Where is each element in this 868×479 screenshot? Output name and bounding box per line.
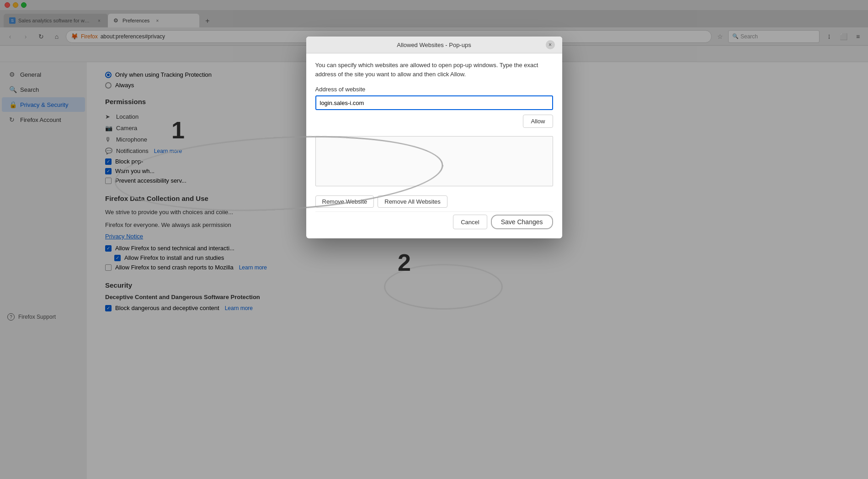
- modal-body: You can specify which websites are allow…: [306, 53, 562, 238]
- remove-website-button[interactable]: Remove Website: [315, 195, 374, 208]
- modal-field-label: Address of website: [315, 86, 553, 93]
- modal-address-input[interactable]: [315, 95, 553, 110]
- allowed-websites-modal: Allowed Websites - Pop-ups × You can spe…: [306, 37, 562, 238]
- modal-allow-button[interactable]: Allow: [523, 115, 553, 128]
- modal-overlay: Allowed Websites - Pop-ups × You can spe…: [0, 0, 868, 479]
- modal-bottom-buttons: Remove Website Remove All Websites: [315, 191, 553, 210]
- remove-all-websites-button[interactable]: Remove All Websites: [378, 195, 447, 208]
- modal-title: Allowed Websites - Pop-ups: [323, 42, 546, 48]
- modal-header: Allowed Websites - Pop-ups ×: [306, 37, 562, 53]
- modal-close-button[interactable]: ×: [546, 40, 555, 49]
- modal-description: You can specify which websites are allow…: [315, 61, 553, 79]
- modal-footer-buttons: Cancel Save Changes: [315, 211, 553, 231]
- cancel-button[interactable]: Cancel: [453, 215, 487, 229]
- modal-website-list: [315, 136, 553, 186]
- save-changes-button[interactable]: Save Changes: [491, 215, 553, 229]
